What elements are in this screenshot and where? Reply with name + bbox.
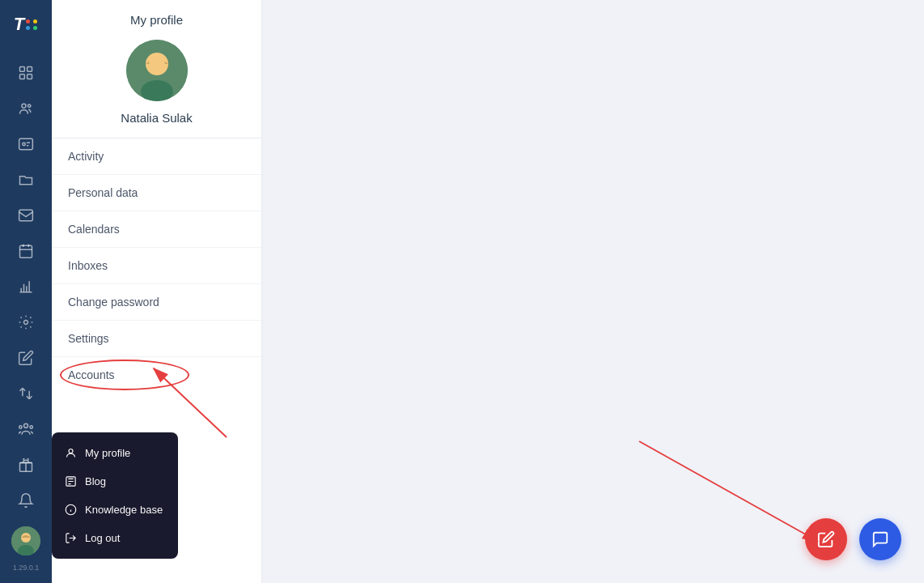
profile-header: My profile Natalia Sulak [52,0,261,138]
svg-rect-9 [20,245,32,257]
popup-menu: My profile Blog Knowledge base Log out [52,432,178,559]
contact-card-icon[interactable] [10,128,42,160]
compose-icon[interactable] [10,342,42,374]
accounts-highlight-oval [60,360,189,390]
menu-item-inboxes[interactable]: Inboxes [52,248,261,284]
navigation-bar: T [0,0,52,583]
menu-item-change-password[interactable]: Change password [52,284,261,321]
app-logo[interactable]: T [10,8,42,40]
svg-point-7 [23,143,25,145]
bell-icon[interactable] [10,484,42,517]
popup-knowledge-base[interactable]: Knowledge base [52,496,178,524]
svg-point-10 [24,321,28,325]
menu-item-personal-data[interactable]: Personal data [52,175,261,211]
popup-blog-label: Blog [85,475,106,487]
svg-rect-3 [28,74,32,79]
popup-my-profile[interactable]: My profile [52,439,178,467]
folder-icon[interactable] [10,164,42,196]
svg-point-5 [28,104,31,107]
profile-avatar [126,40,188,101]
mail-icon[interactable] [10,199,42,232]
svg-rect-0 [20,67,25,72]
popup-log-out-label: Log out [85,532,120,544]
contacts-icon[interactable] [10,92,42,125]
svg-rect-1 [28,67,32,72]
svg-point-21 [149,56,165,72]
app-version: 1.29.0.1 [13,564,40,572]
chart-icon[interactable] [10,270,42,303]
dashboard-icon[interactable] [10,57,42,89]
main-content [262,0,924,583]
transfer-icon[interactable] [10,377,42,410]
svg-rect-2 [20,74,25,79]
popup-knowledge-base-label: Knowledge base [85,504,163,516]
calendar-icon[interactable] [10,235,42,267]
profile-title: My profile [68,13,245,27]
profile-avatar-wrap [68,40,245,101]
popup-my-profile-label: My profile [85,447,130,459]
svg-rect-6 [19,138,33,149]
profile-username: Natalia Sulak [68,111,245,125]
menu-item-settings[interactable]: Settings [52,321,261,357]
svg-rect-8 [19,210,33,220]
svg-point-4 [22,104,26,108]
menu-item-calendars[interactable]: Calendars [52,211,261,248]
fab-chat-button[interactable] [859,518,901,560]
popup-log-out[interactable]: Log out [52,524,178,552]
team-icon[interactable] [10,413,42,445]
fab-edit-button[interactable] [805,518,847,560]
popup-blog[interactable]: Blog [52,467,178,496]
menu-item-activity[interactable]: Activity [52,138,261,175]
svg-point-12 [19,426,22,428]
settings-icon[interactable] [10,306,42,338]
menu-item-accounts[interactable]: Accounts [52,357,261,393]
gift-icon[interactable] [10,449,42,481]
svg-point-22 [69,449,73,453]
svg-point-11 [24,423,28,428]
user-avatar-nav[interactable] [11,526,40,555]
svg-point-13 [30,426,32,428]
